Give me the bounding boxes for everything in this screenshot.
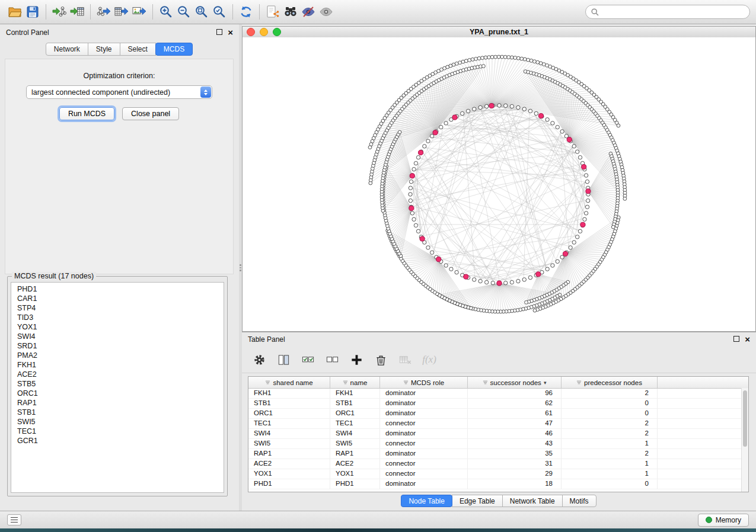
zoom-out-icon[interactable] — [175, 3, 193, 21]
mcds-result-item[interactable]: SWI5 — [11, 417, 224, 427]
table-cell: ORC1 — [248, 409, 330, 418]
mcds-result-item[interactable]: STP4 — [11, 303, 224, 313]
table-cell: FKH1 — [248, 389, 330, 398]
deselect-all-icon[interactable] — [324, 352, 340, 367]
window-close-button[interactable] — [247, 28, 255, 36]
tab-motifs[interactable]: Motifs — [562, 495, 596, 507]
table-row[interactable]: PHD1PHD1dominator180 — [248, 479, 748, 489]
optimization-criterion-select[interactable]: largest connected component (undirected) — [26, 85, 212, 99]
table-cell: STB1 — [248, 399, 330, 408]
mcds-result-item[interactable]: SWI4 — [11, 332, 224, 341]
export-network-icon[interactable] — [95, 3, 113, 21]
tab-style[interactable]: Style — [88, 43, 120, 56]
column-header-predecessor-nodes[interactable]: predecessor nodes — [562, 377, 658, 388]
column-header-name[interactable]: name — [330, 377, 380, 388]
open-folder-icon[interactable] — [6, 3, 24, 21]
first-neighbors-icon[interactable] — [282, 3, 299, 21]
mcds-result-item[interactable]: SRD1 — [11, 341, 224, 351]
table-cell: dominator — [380, 449, 468, 459]
search-icon — [591, 8, 599, 16]
close-table-panel-icon[interactable]: × — [745, 336, 750, 343]
show-columns-icon[interactable] — [276, 352, 291, 367]
table-row[interactable]: FKH1FKH1dominator962 — [248, 389, 748, 399]
zoom-in-icon[interactable] — [157, 3, 175, 21]
table-row[interactable]: RAP1RAP1dominator352 — [248, 449, 748, 459]
hide-graphics-details-icon[interactable] — [299, 3, 317, 21]
table-cell: connector — [380, 459, 468, 469]
search-box[interactable] — [585, 5, 750, 19]
mcds-result-list[interactable]: PHD1CAR1STP4TID3YOX1SWI4SRD1PMA2FKH1ACE2… — [11, 282, 224, 493]
table-panel: Table Panel × f(x) shared namenameMCDS r… — [242, 332, 756, 511]
memory-status-icon — [706, 517, 712, 523]
float-panel-icon[interactable] — [216, 28, 222, 37]
tab-network[interactable]: Network — [46, 43, 88, 56]
export-image-icon[interactable] — [130, 3, 148, 21]
zoom-selected-icon[interactable] — [210, 3, 228, 21]
scrollbar-thumb[interactable] — [743, 390, 747, 447]
table-cell: 1 — [562, 439, 658, 448]
mcds-result-item[interactable]: ACE2 — [11, 370, 224, 379]
mcds-result-item[interactable]: TEC1 — [11, 427, 224, 436]
column-header-MCDS-role[interactable]: MCDS role — [380, 377, 468, 388]
table-row[interactable]: STB1STB1dominator620 — [248, 399, 748, 409]
table-cell: 31 — [468, 459, 562, 469]
import-table-icon[interactable] — [68, 3, 86, 21]
table-cell: 18 — [468, 479, 562, 489]
mcds-result-item[interactable]: TID3 — [11, 313, 224, 322]
run-mcds-button[interactable]: Run MCDS — [59, 107, 114, 120]
float-table-panel-icon[interactable] — [733, 335, 739, 344]
tab-edge-table[interactable]: Edge Table — [452, 495, 503, 507]
export-table-icon[interactable] — [113, 3, 130, 21]
network-window-titlebar: YPA_prune.txt_1 — [243, 27, 755, 38]
mcds-result-item[interactable]: RAP1 — [11, 398, 224, 408]
table-row[interactable]: ORC1ORC1dominator610 — [248, 409, 748, 419]
mcds-result-item[interactable]: GCR1 — [11, 436, 224, 446]
table-row[interactable]: TEC1TEC1connector472 — [248, 419, 748, 429]
save-session-icon[interactable] — [24, 3, 42, 21]
desktop-background-strip — [0, 528, 756, 532]
memory-button[interactable]: Memory — [698, 514, 749, 527]
table-row[interactable]: SWI4SWI4dominator462 — [248, 429, 748, 439]
mcds-result-item[interactable]: PHD1 — [11, 284, 224, 294]
table-header-row: shared namenameMCDS rolesuccessor nodes▾… — [248, 377, 748, 389]
column-header-successor-nodes[interactable]: successor nodes▾ — [468, 377, 562, 388]
mcds-result-item[interactable]: STB1 — [11, 408, 224, 417]
search-input[interactable] — [602, 7, 744, 17]
import-network-icon[interactable] — [50, 3, 68, 21]
close-panel-icon[interactable]: × — [228, 29, 233, 36]
mcds-result-item[interactable]: STB5 — [11, 379, 224, 389]
table-type-tabs: Node TableEdge TableNetwork TableMotifs — [242, 495, 756, 507]
tab-network-table[interactable]: Network Table — [502, 495, 563, 507]
network-canvas[interactable] — [243, 37, 755, 331]
table-row[interactable]: ACE2ACE2connector311 — [248, 459, 748, 469]
delete-columns-icon[interactable] — [373, 352, 388, 367]
mcds-result-item[interactable]: FKH1 — [11, 360, 224, 370]
window-zoom-button[interactable] — [273, 28, 281, 36]
mcds-result-item[interactable]: YOX1 — [11, 322, 224, 332]
zoom-fit-icon[interactable] — [193, 3, 210, 21]
window-minimize-button[interactable] — [260, 28, 268, 36]
tab-select[interactable]: Select — [120, 43, 156, 56]
tab-mcds[interactable]: MCDS — [155, 43, 193, 56]
export-page-icon[interactable] — [264, 3, 282, 21]
tab-node-table[interactable]: Node Table — [401, 495, 452, 507]
mcds-result-item[interactable]: ORC1 — [11, 389, 224, 398]
mcds-result-item[interactable]: CAR1 — [11, 294, 224, 303]
apply-layout-icon[interactable] — [237, 3, 255, 21]
close-panel-button[interactable]: Close panel — [122, 107, 179, 120]
select-all-icon[interactable] — [300, 352, 315, 367]
table-cell: 0 — [562, 409, 658, 418]
mcds-node — [563, 251, 567, 256]
mcds-result-item[interactable]: PMA2 — [11, 351, 224, 360]
show-graphics-details-icon[interactable] — [317, 3, 335, 21]
create-column-icon[interactable] — [349, 352, 364, 367]
network-graph[interactable] — [243, 37, 755, 331]
table-panel-header: Table Panel × — [242, 332, 756, 347]
table-vertical-scrollbar[interactable] — [741, 388, 748, 492]
column-header-shared-name[interactable]: shared name — [248, 377, 330, 388]
table-row[interactable]: SWI5SWI5connector431 — [248, 439, 748, 449]
task-history-button[interactable] — [7, 514, 21, 525]
table-cell: STB1 — [330, 399, 380, 408]
table-options-gear-icon[interactable] — [251, 352, 267, 367]
table-row[interactable]: YOX1YOX1connector291 — [248, 469, 748, 479]
